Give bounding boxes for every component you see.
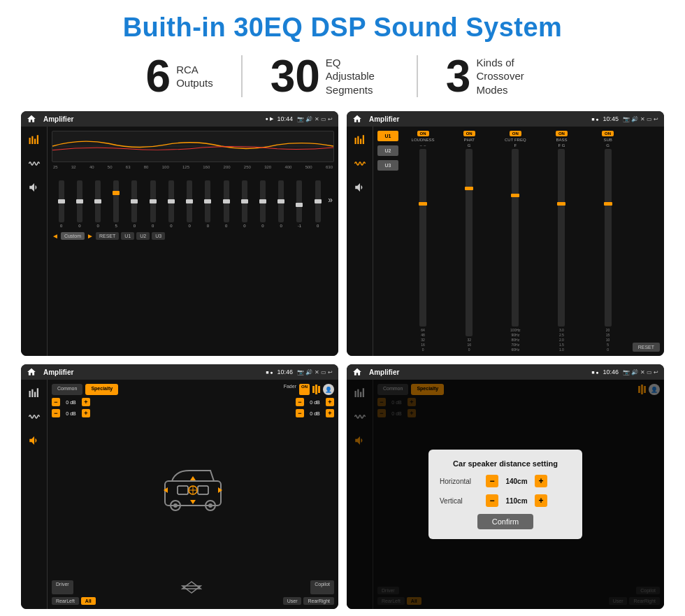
eq-slider-6: 0	[145, 180, 161, 228]
db-plus-4[interactable]: +	[326, 409, 334, 417]
svg-rect-0	[29, 138, 30, 144]
stat-number-crossover: 3	[446, 54, 471, 99]
screen4-status-icons: 📷 🔊 ✕ ▭ ↩	[623, 369, 658, 375]
eq-slider-13: 0	[273, 180, 289, 228]
eq-reset-btn[interactable]: RESET	[96, 232, 119, 240]
eq-custom-btn[interactable]: Custom	[61, 232, 85, 240]
dialog-confirm-button[interactable]: Confirm	[477, 514, 533, 529]
channel-bass: ON BASS F G 3.02.52.01.51.0	[540, 131, 583, 352]
sidebar-wave-icon[interactable]	[27, 156, 42, 171]
phat-fader[interactable]	[466, 149, 473, 336]
screen-eq: Amplifier ● ▶ 10:44 📷 🔊 ✕ ▭ ↩	[21, 111, 338, 356]
loudness-fader[interactable]	[419, 149, 426, 327]
status-bar-3: Amplifier ■ ● 10:46 📷 🔊 ✕ ▭ ↩	[21, 364, 338, 380]
sidebar-speaker-icon-3[interactable]	[27, 433, 42, 448]
profile-icon-3[interactable]: 👤	[323, 384, 334, 395]
stat-label-crossover: Kinds ofCrossover Modes	[476, 56, 539, 97]
stat-label-rca: RCAOutputs	[176, 63, 213, 90]
dialog-horizontal-value: 140cm	[503, 478, 531, 485]
eq-freq-labels: 2532405063 80100125160200 25032040050063…	[52, 165, 334, 169]
sidebar-eq-icon-3[interactable]	[27, 385, 42, 401]
tab-common-3[interactable]: Common	[52, 384, 82, 395]
status-bar-1: Amplifier ● ▶ 10:44 📷 🔊 ✕ ▭ ↩	[21, 111, 338, 127]
crossover-reset-btn[interactable]: RESET	[633, 343, 660, 352]
db-minus-3[interactable]: −	[296, 398, 304, 406]
sub-on[interactable]: ON	[602, 131, 614, 136]
screen1-content: 2532405063 80100125160200 25032040050063…	[21, 127, 338, 356]
eq-u1-btn[interactable]: U1	[121, 232, 134, 240]
stat-label-eq: EQ AdjustableSegments	[326, 56, 389, 97]
home-icon-3	[27, 367, 36, 377]
dialog-overlay: Car speaker distance setting Horizontal …	[347, 380, 664, 609]
btn-copilot-3[interactable]: Copilot	[310, 580, 334, 594]
sidebar-speaker-icon-2[interactable]	[352, 180, 368, 195]
bass-fader[interactable]	[558, 149, 565, 327]
db-value-3: 0 dB	[306, 400, 324, 405]
fader-on-3[interactable]: ON	[299, 384, 310, 395]
svg-rect-18	[178, 486, 188, 494]
main-title: Buith-in 30EQ DSP Sound System	[123, 13, 563, 43]
sidebar-speaker-icon[interactable]	[27, 180, 42, 195]
sidebar-wave-icon-2[interactable]	[352, 156, 368, 171]
sidebar-eq-icon-2[interactable]	[352, 132, 368, 148]
dialog-horizontal-minus[interactable]: −	[486, 475, 498, 487]
u3-preset[interactable]: U3	[377, 160, 398, 171]
db-controls-left: − 0 dB + − 0 dB +	[52, 398, 90, 578]
dialog-vertical-row: Vertical − 110cm +	[440, 494, 571, 507]
home-icon	[27, 114, 36, 124]
dialog-vertical-minus[interactable]: −	[486, 494, 498, 507]
screen2-content: U1 U2 U3 ON LOUDNESS ~~	[347, 127, 664, 356]
bass-on[interactable]: ON	[556, 131, 568, 136]
sidebar-wave-icon-3[interactable]	[27, 409, 42, 424]
stat-number-eq: 30	[271, 54, 320, 99]
loudness-on[interactable]: ON	[417, 131, 429, 136]
sidebar-eq-icon[interactable]	[27, 132, 42, 148]
eq-slider-15: 0	[310, 180, 326, 228]
dialog-vertical-plus[interactable]: +	[535, 494, 547, 507]
cutfreq-on[interactable]: ON	[510, 131, 521, 136]
sub-fader[interactable]	[605, 149, 612, 327]
cutfreq-fader[interactable]	[512, 149, 519, 327]
eq-main: 2532405063 80100125160200 25032040050063…	[48, 127, 338, 356]
eq-slider-3: 0	[89, 180, 106, 228]
phat-on[interactable]: ON	[463, 131, 475, 136]
channel-loudness: ON LOUDNESS ~~ 644832160	[401, 131, 445, 352]
svg-rect-5	[354, 138, 356, 144]
btn-user-3[interactable]: User	[283, 597, 302, 605]
svg-point-17	[208, 503, 212, 508]
db-minus-4[interactable]: −	[296, 409, 304, 417]
eq-prev-btn[interactable]: ◄	[52, 232, 59, 240]
db-plus-1[interactable]: +	[82, 398, 90, 406]
page-wrapper: Buith-in 30EQ DSP Sound System 6 RCAOutp…	[0, 0, 685, 616]
u1-preset[interactable]: U1	[377, 131, 398, 141]
eq-slider-12: 0	[254, 180, 271, 228]
bottom-btns-3b: RearLeft All User RearRight	[52, 597, 334, 605]
db-minus-1[interactable]: −	[52, 398, 60, 406]
u2-preset[interactable]: U2	[377, 145, 398, 156]
eq-slider-4: 5	[108, 180, 124, 228]
svg-rect-1	[31, 136, 33, 144]
screen1-dot: ● ▶	[265, 116, 273, 122]
tab-specialty-3[interactable]: Specialty	[85, 384, 118, 395]
btn-all-3[interactable]: All	[81, 597, 96, 605]
eq-u2-btn[interactable]: U2	[136, 232, 150, 240]
db-plus-3[interactable]: +	[326, 398, 334, 406]
eq-u3-btn[interactable]: U3	[152, 232, 165, 240]
screen4-indicator: ■ ●	[591, 370, 598, 375]
db-row-4: − 0 dB +	[296, 409, 334, 417]
btn-rearleft-3[interactable]: RearLeft	[52, 597, 79, 605]
svg-point-15	[173, 503, 178, 508]
db-minus-2[interactable]: −	[52, 409, 60, 417]
btn-driver-3[interactable]: Driver	[52, 580, 73, 594]
db-plus-2[interactable]: +	[82, 409, 90, 417]
eq-next-btn[interactable]: ►	[87, 232, 94, 240]
dialog-vertical-label: Vertical	[440, 497, 482, 505]
svg-marker-23	[190, 476, 196, 480]
dialog-vertical-value: 110cm	[503, 497, 531, 505]
channel-strips: ON LOUDNESS ~~ 644832160	[401, 131, 630, 352]
screens-grid: Amplifier ● ▶ 10:44 📷 🔊 ✕ ▭ ↩	[21, 111, 664, 609]
stat-eq: 30 EQ AdjustableSegments	[243, 54, 417, 99]
dialog-horizontal-plus[interactable]: +	[535, 475, 547, 487]
btn-rearright-3[interactable]: RearRight	[303, 597, 334, 605]
stats-row: 6 RCAOutputs 30 EQ AdjustableSegments 3 …	[21, 54, 664, 99]
